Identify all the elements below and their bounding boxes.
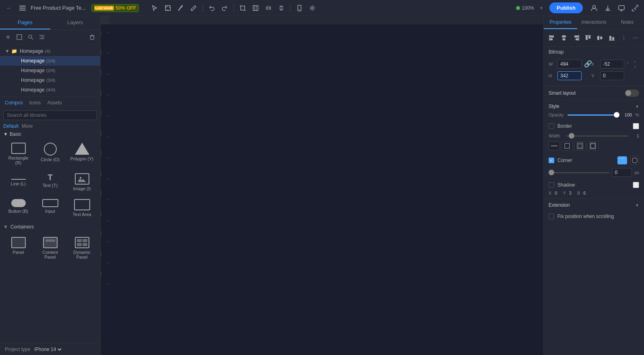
tab-layers[interactable]: Layers <box>50 16 101 29</box>
comp-tab-compos[interactable]: Compos <box>3 99 25 106</box>
comp-panel[interactable]: Panel <box>3 234 33 263</box>
page-homepage-4[interactable]: Homepage (4/4) <box>0 85 100 95</box>
svg-rect-2 <box>19 10 26 10</box>
containers-label: Containers <box>10 224 34 230</box>
smart-layout-toggle[interactable] <box>625 89 639 97</box>
containers-section-header[interactable]: ▼ Containers <box>0 222 100 232</box>
back-button[interactable]: ← <box>3 2 14 14</box>
extension-section-header[interactable]: Extension ▼ <box>544 199 644 211</box>
comp-polygon[interactable]: Polygon (Y) <box>67 139 97 168</box>
device-tool[interactable] <box>294 2 305 14</box>
border-style-outer[interactable] <box>574 141 586 150</box>
height-input[interactable] <box>557 71 582 80</box>
cursor-tool[interactable] <box>149 2 161 14</box>
distribute-v-tool[interactable] <box>276 2 287 14</box>
tab-notes[interactable]: Notes <box>611 16 644 29</box>
shadow-checkbox[interactable] <box>549 182 554 188</box>
opacity-slider[interactable] <box>568 114 619 116</box>
tab-interactions[interactable]: Interactions <box>577 16 611 29</box>
svg-rect-26 <box>17 35 22 39</box>
page-homepage-1[interactable]: Homepage (1/4) <box>0 56 100 66</box>
align-center-h-button[interactable] <box>559 33 570 43</box>
comp-image[interactable]: Image (I) <box>67 170 97 194</box>
comp-search-input[interactable] <box>3 110 97 120</box>
comp-tab-icons[interactable]: Icons <box>28 99 43 106</box>
zoom-add-button[interactable]: + <box>536 2 547 14</box>
x-input[interactable] <box>600 60 624 69</box>
align-left-button[interactable] <box>547 33 557 43</box>
width-input[interactable] <box>557 60 582 69</box>
y-input[interactable] <box>600 71 624 80</box>
settings-tool[interactable] <box>307 2 318 14</box>
indent-button[interactable] <box>37 32 47 42</box>
user-icon[interactable] <box>588 2 600 14</box>
comp-input[interactable]: Input <box>35 196 65 220</box>
align-right-button[interactable] <box>571 33 581 43</box>
shadow-x-label: X <box>549 191 551 195</box>
distribute-v-button[interactable]: ⋯ <box>630 33 641 43</box>
page-homepage-3[interactable]: Homepage (3/4) <box>0 75 100 85</box>
page-homepage-root[interactable]: ▼ 📁 Homepage (4) <box>0 46 100 56</box>
border-color-swatch[interactable] <box>633 123 639 129</box>
frame-tool[interactable] <box>162 2 173 14</box>
border-checkbox[interactable] <box>549 123 554 129</box>
filter-default[interactable]: Default <box>3 123 19 129</box>
redo-button[interactable] <box>219 2 230 14</box>
download-icon[interactable] <box>602 2 613 14</box>
comp-circle[interactable]: Circle (O) <box>35 139 65 168</box>
corner-value-input[interactable] <box>612 168 632 177</box>
crop-tool[interactable] <box>237 2 248 14</box>
border-style-center[interactable] <box>587 141 599 150</box>
y-label: Y <box>591 73 598 78</box>
style-section-header[interactable]: Style ▼ <box>544 100 644 112</box>
svg-rect-130 <box>551 145 557 146</box>
trash-button[interactable] <box>87 32 97 42</box>
tab-pages[interactable]: Pages <box>0 16 50 29</box>
comp-dynamic-panel[interactable]: Dynamic Panel <box>67 234 97 263</box>
distribute-h-tool[interactable] <box>263 2 274 14</box>
pen-tool[interactable] <box>175 2 186 14</box>
corner-round-button[interactable]: ⌒ <box>617 156 627 164</box>
comp-label: Input <box>45 209 55 214</box>
fix-position-checkbox[interactable] <box>549 214 554 219</box>
comp-line[interactable]: Line (L) <box>3 170 33 194</box>
comp-filter: Default More <box>0 122 100 131</box>
shadow-color-swatch[interactable] <box>633 182 639 188</box>
flip-v-button[interactable]: ↕ <box>631 64 639 69</box>
comp-textarea[interactable]: Text Area <box>67 196 97 220</box>
comp-button[interactable]: OK Button (B) <box>3 196 33 220</box>
comp-label: Image (I) <box>73 186 91 191</box>
comp-tab-assets[interactable]: Assets <box>45 99 63 106</box>
align-bottom-button[interactable] <box>607 33 617 43</box>
distribute-h-button[interactable]: ⋮ <box>619 33 629 43</box>
corner-squircle-button[interactable] <box>630 156 639 165</box>
comp-rectangle[interactable]: Rectangle (R) <box>3 139 33 168</box>
corner-checkbox[interactable] <box>549 158 554 163</box>
comp-content-panel[interactable]: Content Panel <box>35 234 65 263</box>
comp-text[interactable]: T Text (T) <box>35 170 65 194</box>
preview-icon[interactable] <box>616 2 627 14</box>
flip-h-button[interactable]: ↔ <box>631 59 639 64</box>
corner-slider[interactable] <box>549 172 609 173</box>
border-width-slider[interactable] <box>566 135 628 137</box>
tab-properties[interactable]: Properties <box>544 16 577 29</box>
add-frame-button[interactable] <box>14 32 24 42</box>
device-select[interactable]: iPhone 14 iPhone 13 Android <box>33 346 63 353</box>
search-pages-button[interactable] <box>26 32 35 42</box>
publish-button[interactable]: Publish <box>549 2 583 13</box>
page-homepage-2[interactable]: Homepage (2/4) <box>0 66 100 75</box>
align-top-button[interactable] <box>583 33 593 43</box>
border-style-inner[interactable] <box>561 141 573 150</box>
pencil-tool[interactable] <box>188 2 199 14</box>
comp-search-wrapper <box>0 109 100 122</box>
align-center-v-button[interactable] <box>595 33 605 43</box>
filter-more[interactable]: More <box>22 123 33 129</box>
undo-button[interactable] <box>206 2 217 14</box>
resize-tool[interactable] <box>250 2 261 14</box>
menu-button[interactable] <box>17 2 28 14</box>
right-panel-tabs: Properties Interactions Notes <box>544 16 644 29</box>
add-page-button[interactable] <box>3 32 13 42</box>
expand-icon[interactable] <box>630 2 641 14</box>
border-style-solid[interactable] <box>549 141 560 150</box>
status-dot <box>516 6 520 10</box>
